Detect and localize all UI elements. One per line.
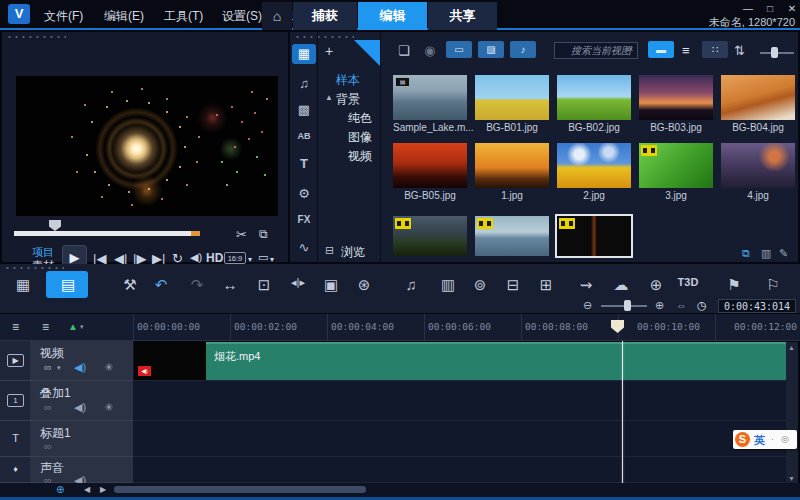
- library-item-thumb[interactable]: [393, 216, 467, 256]
- menu-edit[interactable]: 编辑(E): [104, 8, 144, 25]
- timeline-zoom-tool-icon[interactable]: ⊕: [56, 484, 64, 495]
- preview-scrubber[interactable]: [14, 231, 200, 236]
- graphics-library-icon[interactable]: ⚙: [292, 184, 316, 204]
- scroll-left-icon[interactable]: ◀: [84, 485, 90, 494]
- library-item-name[interactable]: 2.jpg: [557, 190, 631, 201]
- tab-capture[interactable]: 捕获: [293, 2, 357, 30]
- thumbnail-size-knob[interactable]: [771, 47, 778, 58]
- timeline-horizontal-scrollbar[interactable]: [114, 486, 366, 493]
- instant-project-icon[interactable]: ▩: [292, 100, 316, 120]
- library-item-thumb-selected[interactable]: [557, 216, 631, 256]
- library-frame-icon[interactable]: ▥: [761, 247, 771, 260]
- expand-arrow-icon[interactable]: ▲: [325, 93, 333, 102]
- motion-path-icon[interactable]: ∿: [292, 238, 316, 258]
- library-item-thumb[interactable]: [475, 143, 549, 188]
- title-track-header[interactable]: T 标题1 ∞: [0, 421, 133, 457]
- multicam-editor-button[interactable]: ▥: [436, 276, 460, 294]
- browse-button[interactable]: 浏览: [341, 244, 365, 261]
- scroll-down-icon[interactable]: ▼: [788, 475, 795, 482]
- edit-library-icon[interactable]: ✎: [779, 247, 788, 260]
- show-photos-toggle[interactable]: ▨: [478, 41, 504, 58]
- split-screen-template-button[interactable]: ⊞: [534, 276, 558, 294]
- close-button[interactable]: ✕: [784, 2, 800, 16]
- import-media-icon[interactable]: ❏: [398, 43, 410, 58]
- library-item-name[interactable]: BG-B03.jpg: [639, 122, 713, 133]
- show-audio-toggle[interactable]: ♪: [510, 41, 536, 58]
- menu-tools[interactable]: 工具(T): [164, 8, 203, 25]
- library-item-name[interactable]: BG-B04.jpg: [721, 122, 795, 133]
- timeline-vertical-scrollbar[interactable]: ▲ ▼: [786, 342, 798, 487]
- library-item-thumb[interactable]: [393, 143, 467, 188]
- add-category-button[interactable]: +: [325, 43, 333, 59]
- media-library-icon[interactable]: ▦: [292, 44, 316, 64]
- 3d-title-button[interactable]: T3D: [676, 276, 700, 288]
- list-view-icon[interactable]: ≡: [682, 43, 690, 58]
- storyboard-view-button[interactable]: ▦: [11, 276, 35, 294]
- pin-panel-icon[interactable]: [354, 40, 380, 66]
- enlarge-preview-icon[interactable]: ▭: [258, 251, 268, 264]
- snapshot-icon[interactable]: ⧉: [259, 228, 268, 240]
- volume-icon[interactable]: ◀): [190, 251, 202, 264]
- clear-search-icon[interactable]: ×: [628, 44, 633, 54]
- category-background[interactable]: 背景: [336, 91, 360, 108]
- library-search-input[interactable]: [554, 42, 638, 59]
- duration-timecode[interactable]: 0:00:43:014: [718, 299, 796, 313]
- category-solid-color[interactable]: 纯色: [348, 110, 372, 127]
- transition-library-icon[interactable]: AB: [292, 126, 316, 146]
- library-item-name[interactable]: 3.jpg: [639, 190, 713, 201]
- library-item-name[interactable]: BG-B02.jpg: [557, 122, 631, 133]
- scroll-up-icon[interactable]: ▲: [788, 344, 795, 351]
- library-item-thumb[interactable]: [721, 143, 795, 188]
- subtitle-editor-button[interactable]: ⊟: [501, 276, 525, 294]
- ime-badge[interactable]: S 英 · ◎: [733, 430, 797, 449]
- voice-track-header[interactable]: ♦ 声音 ∞ ◀): [0, 457, 133, 483]
- project-duration-icon[interactable]: ◷: [697, 299, 707, 312]
- ripple-edit-icon[interactable]: ✳: [104, 361, 113, 374]
- color-grading-button[interactable]: ⊛: [352, 276, 376, 294]
- link-clips-icon[interactable]: ∞: [44, 440, 52, 452]
- track-list-icon[interactable]: ≡: [42, 320, 49, 334]
- panel-grip[interactable]: [6, 35, 66, 39]
- library-item-thumb[interactable]: [475, 216, 549, 256]
- tools-button[interactable]: ⚒: [118, 276, 142, 294]
- overlay-track-header[interactable]: 1 叠加1 ∞ ◀) ✳: [0, 381, 133, 421]
- split-clip-button[interactable]: ◂|▸: [286, 276, 310, 289]
- timeline-clip[interactable]: 烟花.mp4: [206, 342, 786, 380]
- check-flag-button[interactable]: ⚑: [722, 276, 746, 294]
- timeline-zoom-in-icon[interactable]: ⊕: [655, 299, 664, 312]
- overlay-track-lane[interactable]: [133, 381, 786, 421]
- add-track-icon[interactable]: ▲: [68, 321, 78, 332]
- library-item-name[interactable]: Sample_Lake.m...: [393, 122, 467, 133]
- motion-tracking-button[interactable]: ⇝: [574, 276, 598, 294]
- track-mute-icon[interactable]: ◀): [74, 361, 86, 374]
- tab-share[interactable]: 共享: [428, 2, 497, 30]
- grid-view-icon[interactable]: ∷: [702, 41, 728, 58]
- trim-end-handle[interactable]: [191, 231, 200, 236]
- panel-view-toggle[interactable]: ▬: [648, 41, 674, 58]
- record-capture-option-button[interactable]: ⊡: [252, 276, 276, 294]
- aspect-ratio-select[interactable]: 16:9: [224, 252, 246, 264]
- fit-ruler-button[interactable]: ↔: [218, 276, 242, 293]
- browse-icon[interactable]: ⊟: [325, 244, 334, 257]
- timeline-zoom-out-icon[interactable]: ⊖: [583, 299, 592, 312]
- library-item-name[interactable]: 4.jpg: [721, 190, 795, 201]
- timeline-zoom-knob[interactable]: [624, 300, 631, 311]
- category-sample[interactable]: 样本: [336, 72, 360, 89]
- undo-button[interactable]: ↶: [149, 276, 173, 294]
- sync-folder-icon[interactable]: ⧉: [742, 247, 750, 260]
- title-track-lane[interactable]: [133, 421, 786, 457]
- link-caret-icon[interactable]: ▾: [57, 364, 61, 372]
- category-image[interactable]: 图像: [348, 129, 372, 146]
- add-track-caret-icon[interactable]: ▾: [80, 323, 84, 331]
- check-flag-alt-button[interactable]: ⚐: [761, 276, 785, 294]
- audio-library-icon[interactable]: ♫: [292, 74, 316, 94]
- title-library-icon[interactable]: T: [292, 154, 316, 174]
- library-item-thumb[interactable]: [557, 143, 631, 188]
- redo-button[interactable]: ↷: [185, 276, 209, 294]
- link-clips-icon[interactable]: ∞: [44, 401, 52, 413]
- library-item-thumb[interactable]: [557, 75, 631, 120]
- tab-edit[interactable]: 编辑: [358, 2, 427, 30]
- home-icon[interactable]: ⌂: [262, 2, 292, 30]
- library-item-thumb[interactable]: ▤: [393, 75, 467, 120]
- library-item-name[interactable]: 1.jpg: [475, 190, 549, 201]
